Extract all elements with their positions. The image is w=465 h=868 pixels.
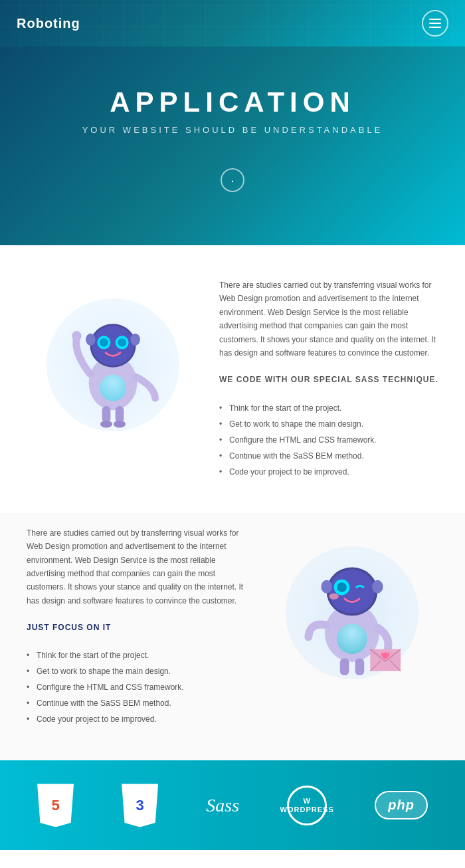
section-just-focus: There are studies carried out by transfe…	[0, 513, 465, 761]
we-code-text-col: There are studies carried out by transfe…	[219, 278, 438, 480]
tech-strip: 5 3 Sass WWordPress php	[0, 760, 465, 850]
sass-badge: Sass	[206, 795, 239, 816]
robot2-blob	[276, 526, 428, 699]
list-item: Continue with the SaSS BEM method.	[27, 695, 246, 711]
svg-point-9	[130, 334, 140, 346]
svg-point-13	[100, 421, 112, 428]
svg-rect-25	[340, 658, 349, 675]
just-focus-text-col: There are studies carried out by transfe…	[27, 526, 246, 728]
list-item: Get to work to shape the main design.	[219, 416, 438, 432]
svg-point-23	[372, 580, 383, 593]
we-code-list: Think for the start of the project. Get …	[219, 400, 438, 480]
list-item: Configure the HTML and CSS framework.	[219, 432, 438, 448]
list-item: Code your project to be improved.	[27, 711, 246, 727]
scroll-button[interactable]	[221, 168, 244, 192]
logo: Roboting	[17, 16, 80, 31]
header: Roboting	[0, 0, 465, 47]
wordpress-icon: WWordPress	[287, 786, 327, 825]
two-col-layout: There are studies carried out by transfe…	[27, 278, 438, 480]
we-code-body: There are studies carried out by transfe…	[219, 278, 438, 360]
menu-icon-line	[429, 19, 441, 20]
svg-point-5	[100, 338, 108, 347]
svg-point-8	[86, 334, 96, 346]
robot1-svg	[60, 298, 166, 431]
sass-text: Sass	[206, 795, 239, 816]
css3-icon: 3	[122, 784, 158, 827]
svg-point-21	[329, 594, 339, 599]
we-code-heading: WE CODE WITH OUR SPECIAL SASS TECHNIQUE.	[219, 373, 438, 386]
list-item: Code your project to be improved.	[219, 464, 438, 480]
svg-point-1	[100, 375, 126, 401]
svg-point-20	[337, 582, 347, 592]
just-focus-list: Think for the start of the project. Get …	[27, 647, 246, 727]
robot2-svg	[286, 543, 418, 683]
hero-subtitle: YOUR WEBSITE SHOULD BE UNDERSTANDABLE	[13, 125, 452, 135]
list-item: Get to work to shape the main design.	[27, 663, 246, 679]
html5-badge: 5	[37, 784, 74, 827]
svg-point-10	[72, 331, 82, 341]
css3-badge: 3	[122, 784, 158, 827]
svg-rect-11	[102, 406, 111, 423]
menu-button[interactable]	[422, 10, 448, 37]
robot2-image-col	[266, 526, 438, 699]
menu-icon-line	[429, 27, 441, 28]
section-we-code: There are studies carried out by transfe…	[0, 245, 465, 513]
hero-title: APPLICATION	[13, 86, 452, 118]
list-item: Think for the start of the project.	[27, 647, 246, 663]
list-item: Configure the HTML and CSS framework.	[27, 679, 246, 695]
robot1-blob	[37, 278, 189, 451]
two-col-layout-2: There are studies carried out by transfe…	[27, 526, 438, 728]
svg-rect-12	[116, 406, 124, 423]
svg-rect-26	[355, 658, 365, 675]
list-item: Continue with the SaSS BEM method.	[219, 448, 438, 464]
svg-point-22	[321, 580, 331, 593]
robot1-image-col	[27, 278, 199, 451]
svg-point-7	[118, 338, 126, 347]
wordpress-badge: WWordPress	[287, 786, 327, 825]
testimonials-section: WHAT DID THEY SAY? QUICK SUPPORT Lorem i…	[0, 850, 465, 868]
just-focus-heading: JUST FOCUS ON IT	[27, 621, 246, 634]
php-text: php	[375, 791, 428, 819]
hero-section: APPLICATION YOUR WEBSITE SHOULD BE UNDER…	[0, 47, 465, 245]
php-badge: php	[375, 791, 428, 819]
just-focus-body: There are studies carried out by transfe…	[27, 526, 246, 607]
menu-icon-line	[429, 23, 441, 24]
html5-icon: 5	[37, 784, 74, 827]
svg-point-16	[337, 623, 367, 654]
svg-point-14	[114, 421, 126, 428]
list-item: Think for the start of the project.	[219, 400, 438, 416]
